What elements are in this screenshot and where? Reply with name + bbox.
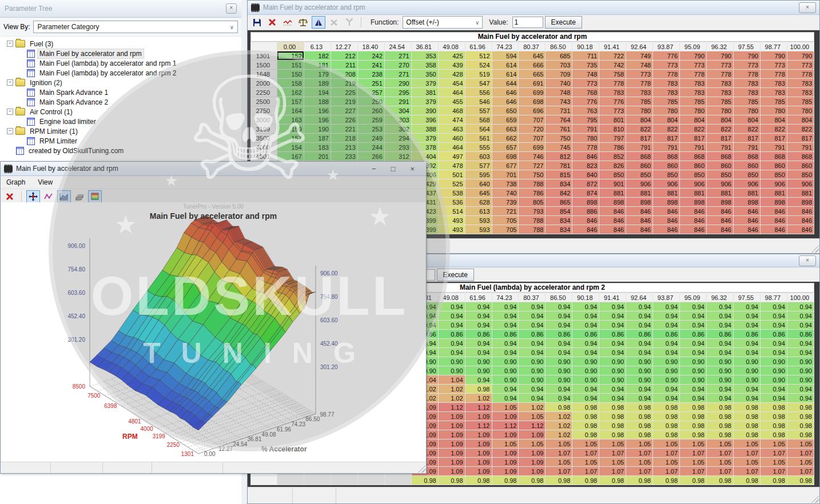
grid-cell[interactable]: 0.98 [760,403,787,412]
grid-cell[interactable]: 0.94 [707,311,734,321]
grid-cell[interactable]: 0.94 [519,394,546,403]
grid-cell[interactable]: 154 [277,143,304,152]
grid-cell[interactable]: 0.90 [492,357,519,366]
grid-cell[interactable]: 1.05 [519,412,546,421]
grid-col-header[interactable]: 80.37 [519,293,546,302]
grid-cell[interactable]: 157 [277,134,304,143]
grid-col-header[interactable]: 92.64 [626,293,653,302]
grid-cell[interactable]: 0.98 [653,476,680,485]
grid-col-header[interactable]: 61.96 [465,42,492,51]
grid-cell[interactable]: 0.94 [438,348,465,357]
grid-cell[interactable]: 536 [438,198,465,207]
grid-cell[interactable]: 850 [707,170,734,179]
grid-cell[interactable]: 163 [277,115,304,125]
grid-cell[interactable]: 804 [733,115,760,125]
surface-chart[interactable]: 301.20301.20452.40452.40603.60603.60754.… [1,202,427,464]
grid-cell[interactable]: 538 [438,189,465,198]
grid-cell[interactable]: 213 [331,143,357,152]
grid-cell[interactable]: 699 [519,88,546,97]
grid-cell[interactable]: 881 [599,189,626,198]
grid-cell[interactable]: 0.90 [599,357,626,366]
grid-cell[interactable]: 1.09 [438,412,465,421]
grid-cell[interactable]: 0.98 [680,430,707,439]
grid-cell[interactable]: 162 [277,88,304,97]
grid-cell[interactable]: 0.90 [572,357,599,366]
grid-cell[interactable]: 0.98 [707,476,734,485]
grid-cell[interactable]: 0.86 [680,330,707,339]
grid-cell[interactable]: 1.07 [733,467,760,476]
grid-cell[interactable]: 743 [546,97,572,106]
grid-cell[interactable]: 0.98 [787,430,814,439]
grid-cell[interactable]: 804 [760,115,787,125]
grid-cell[interactable]: 0.90 [599,375,626,385]
grid-cell[interactable]: 685 [546,51,572,61]
grid-cell[interactable]: 773 [626,70,653,79]
grid-cell[interactable]: 805 [519,198,546,207]
grid-cell[interactable]: 865 [546,198,572,207]
grid-cell[interactable]: 0.86 [653,330,680,339]
grid-cell[interactable]: 0.90 [733,357,760,366]
grid-cell[interactable]: 1.07 [599,449,626,458]
grid-row-header[interactable]: 2750 [251,106,277,115]
grid-cell[interactable]: 0.98 [707,412,734,421]
grid-cell[interactable]: 791 [733,143,760,152]
grid-cell[interactable]: 0.90 [653,366,680,375]
grid-cell[interactable]: 804 [787,115,814,125]
grid-cell[interactable]: 1.05 [680,458,707,467]
grid-col-header[interactable]: 80.37 [519,42,546,51]
grid-cell[interactable]: 906 [787,179,814,189]
grid-cell[interactable]: 157 [277,97,304,106]
grid-cell[interactable]: 190 [304,125,331,134]
grid-cell[interactable]: 379 [411,79,438,88]
grid-cell[interactable]: 159 [277,125,304,134]
grid-cell[interactable]: 233 [331,152,357,161]
expand-toggle-icon[interactable]: − [7,79,13,86]
grid-cell[interactable]: 773 [680,61,707,70]
grid-cell[interactable]: 742 [599,61,626,70]
grid-cell[interactable]: 194 [304,88,331,97]
grid-cell[interactable]: 781 [546,161,572,170]
grid-cell[interactable]: 898 [733,198,760,207]
grid-cell[interactable]: 188 [304,97,331,106]
grid-cell[interactable]: 822 [653,125,680,134]
grid-cell[interactable]: 1.05 [626,458,653,467]
grid-row-header[interactable]: 1648 [251,70,277,79]
grid-col-header[interactable]: 98.77 [760,293,787,302]
grid-cell[interactable]: 815 [546,170,572,179]
grid-cell[interactable]: 0.90 [653,357,680,366]
grid-cell[interactable]: 1.05 [492,439,519,449]
grid-cell[interactable]: 221 [331,125,357,134]
grid-cell[interactable]: 793 [519,207,546,216]
grid-cell[interactable]: 564 [465,125,492,134]
grid-cell[interactable]: 773 [707,61,734,70]
rotate-3d-button[interactable] [73,190,86,203]
grid-cell[interactable]: 1.05 [653,458,680,467]
grid-cell[interactable]: 0.86 [787,330,814,339]
grid-cell[interactable]: 294 [384,134,411,143]
grid-cell[interactable]: 778 [787,70,814,79]
grid-cell[interactable]: 0.94 [680,311,707,321]
grid-cell[interactable] [384,476,411,485]
grid-cell[interactable]: 740 [492,189,519,198]
grid-cell[interactable]: 788 [519,179,546,189]
grid-cell[interactable]: 898 [787,198,814,207]
grid-cell[interactable]: 795 [572,115,599,125]
grid-cell[interactable]: 379 [411,134,438,143]
grid-cell[interactable] [304,476,331,485]
grid-cell[interactable]: 817 [680,134,707,143]
grid-cell[interactable]: 860 [707,161,734,170]
grid-cell[interactable]: 181 [304,61,331,70]
grid-row-header[interactable]: 3000 [251,115,277,125]
grid-cell[interactable]: 822 [760,125,787,134]
grid-cell[interactable]: 463 [438,125,465,134]
grid-cell[interactable]: 196 [304,106,331,115]
grid-cell[interactable]: 773 [733,61,760,70]
grid-cell[interactable]: 846 [680,225,707,234]
grid-col-header[interactable]: 86.50 [546,42,572,51]
grid-cell[interactable]: 182 [304,51,331,61]
grid-cell[interactable]: 0.94 [653,339,680,348]
grid-cell[interactable]: 0.98 [680,412,707,421]
grid-cell[interactable]: 834 [546,216,572,225]
grid-row-header[interactable] [251,476,277,485]
grid-cell[interactable]: 1.09 [492,458,519,467]
